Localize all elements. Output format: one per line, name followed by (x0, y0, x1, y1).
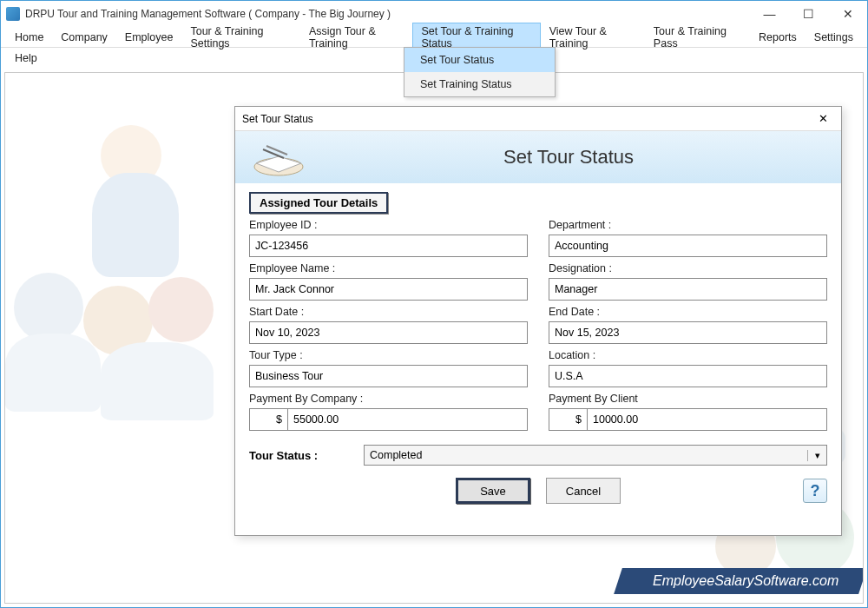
dialog-close-button[interactable]: ✕ (812, 109, 834, 129)
menu-company[interactable]: Company (52, 29, 116, 46)
menu-assign-tour-training[interactable]: Assign Tour & Training (300, 23, 413, 52)
menu-employee[interactable]: Employee (116, 29, 182, 46)
menu-settings[interactable]: Settings (806, 29, 862, 46)
dialog-body: Assigned Tour Details Employee ID : Depa… (235, 183, 841, 514)
tour-status-value: Completed (365, 449, 807, 461)
menu-home[interactable]: Home (6, 29, 52, 46)
watermark: EmployeeSalarySoftware.com (614, 568, 864, 594)
payment-client-currency (549, 408, 587, 431)
app-icon (6, 7, 20, 21)
designation-label: Designation : (549, 262, 827, 274)
set-tour-status-dialog: Set Tour Status ✕ Set Tour Status Assign… (234, 106, 842, 536)
employee-name-input[interactable] (249, 278, 528, 301)
designation-input[interactable] (549, 278, 827, 301)
location-label: Location : (549, 349, 827, 361)
payment-company-input[interactable] (287, 408, 528, 431)
close-button[interactable]: ✕ (828, 1, 867, 27)
chevron-down-icon: ▾ (807, 450, 826, 461)
employee-name-label: Employee Name : (249, 262, 528, 274)
dropdown-set-training-status[interactable]: Set Training Status (404, 72, 555, 96)
tour-type-label: Tour Type : (249, 349, 528, 361)
dialog-header: Set Tour Status (235, 131, 841, 183)
menubar: Home Company Employee Tour & Training Se… (1, 27, 867, 48)
menu-view-tour-training[interactable]: View Tour & Training (541, 23, 645, 52)
tour-status-label: Tour Status : (249, 449, 352, 462)
menu-help[interactable]: Help (6, 50, 46, 67)
help-icon[interactable]: ? (803, 479, 827, 503)
dialog-titlebar: Set Tour Status ✕ (235, 107, 841, 131)
dropdown-set-tour-status[interactable]: Set Tour Status (404, 48, 555, 72)
payment-client-label: Payment By Client (549, 393, 827, 405)
start-date-input[interactable] (249, 321, 528, 344)
maximize-button[interactable]: ☐ (789, 1, 828, 27)
window-title: DRPU Tour and Training Management Softwa… (25, 8, 391, 20)
svg-line-1 (263, 149, 284, 158)
department-label: Department : (549, 219, 827, 231)
employee-id-input[interactable] (249, 235, 528, 257)
employee-id-label: Employee ID : (249, 219, 528, 231)
payment-client-input[interactable] (587, 408, 827, 431)
background-illustration-people (5, 125, 266, 403)
start-date-label: Start Date : (249, 306, 528, 318)
menu-reports[interactable]: Reports (750, 29, 806, 46)
section-label: Assigned Tour Details (249, 192, 388, 214)
notebook-icon (246, 137, 306, 177)
tour-type-input[interactable] (249, 365, 528, 387)
menu-tour-training-pass[interactable]: Tour & Training Pass (645, 23, 750, 52)
payment-company-currency (249, 408, 287, 431)
svg-line-2 (266, 146, 287, 155)
end-date-input[interactable] (549, 321, 827, 344)
dialog-header-title: Set Tour Status (306, 146, 831, 169)
department-input[interactable] (549, 235, 827, 257)
menu-dropdown: Set Tour Status Set Training Status (404, 47, 556, 97)
tour-status-select[interactable]: Completed ▾ (364, 445, 827, 466)
end-date-label: End Date : (549, 306, 827, 318)
menu-tour-training-settings[interactable]: Tour & Training Settings (181, 23, 299, 52)
payment-company-label: Payment By Company : (249, 393, 528, 405)
minimize-button[interactable]: — (750, 1, 789, 27)
save-button[interactable]: Save (456, 478, 530, 504)
dialog-title: Set Tour Status (242, 113, 313, 125)
location-input[interactable] (549, 365, 827, 387)
cancel-button[interactable]: Cancel (546, 478, 621, 504)
